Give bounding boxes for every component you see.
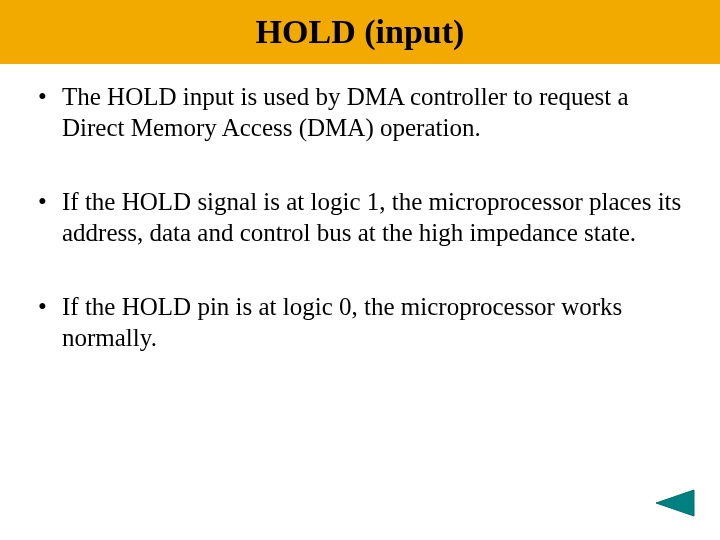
slide-title: HOLD (input): [256, 13, 465, 51]
back-button[interactable]: [654, 488, 696, 518]
slide: HOLD (input) The HOLD input is used by D…: [0, 0, 720, 540]
svg-marker-0: [656, 490, 694, 516]
bullet-list: The HOLD input is used by DMA controller…: [32, 82, 688, 353]
bullet-item: The HOLD input is used by DMA controller…: [32, 82, 688, 143]
slide-body: The HOLD input is used by DMA controller…: [0, 64, 720, 353]
back-triangle-icon: [654, 488, 696, 518]
title-band: HOLD (input): [0, 0, 720, 64]
bullet-item: If the HOLD signal is at logic 1, the mi…: [32, 187, 688, 248]
bullet-item: If the HOLD pin is at logic 0, the micro…: [32, 292, 688, 353]
